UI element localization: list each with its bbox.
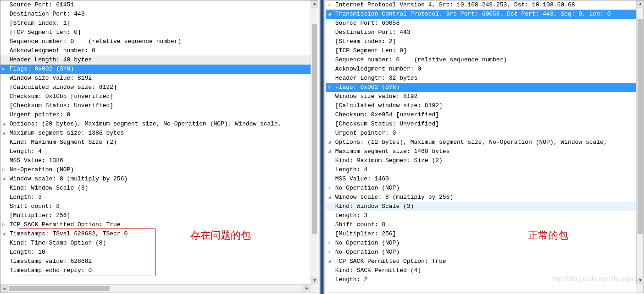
tree-row[interactable]: Acknowledgment number: 0 xyxy=(0,46,311,55)
tree-row[interactable]: ▷ No-Operation (NOP) xyxy=(326,184,636,193)
tree-row[interactable]: ▷ Flags: 0x002 (SYN) xyxy=(0,65,311,74)
expand-open-icon[interactable]: ◢ xyxy=(327,138,332,147)
tree-row[interactable]: ◢ Options: (20 bytes), Maximum segment s… xyxy=(0,120,311,129)
tree-row[interactable]: Length: 3 xyxy=(326,211,636,220)
expand-open-icon[interactable]: ◢ xyxy=(1,174,6,184)
tree-row[interactable]: Kind: Maximum Segment Size (2) xyxy=(326,156,636,165)
tree-row[interactable]: [Multiplier: 256] xyxy=(0,211,311,220)
tree-row-text: [Calculated window size: 8192] xyxy=(332,101,443,110)
tree-row[interactable]: Header Length: 40 bytes xyxy=(0,55,311,65)
tree-row[interactable]: Urgent pointer: 0 xyxy=(0,110,311,120)
tree-indent xyxy=(1,55,6,65)
tree-row[interactable]: Acknowledgment number: 0 xyxy=(326,65,636,74)
scroll-down-icon[interactable]: ▼ xyxy=(637,277,644,284)
tree-row[interactable]: Header Length: 32 bytes xyxy=(326,74,636,83)
tree-row[interactable]: Sequence number: 0 (relative sequence nu… xyxy=(326,55,636,65)
expand-open-icon[interactable]: ◢ xyxy=(1,129,6,138)
tree-indent xyxy=(1,239,6,248)
tree-row[interactable]: [Stream index: 2] xyxy=(326,37,636,46)
expand-open-icon[interactable]: ◢ xyxy=(1,229,6,239)
tree-row[interactable]: [Checksum Status: Unverified] xyxy=(326,120,636,129)
tree-row[interactable]: ◢ Window scale: 8 (multiply by 256) xyxy=(0,174,311,184)
tree-right[interactable]: ▷ Internet Protocol Version 4, Src: 10.1… xyxy=(326,0,636,284)
pane-divider[interactable] xyxy=(318,0,326,294)
tree-row[interactable]: Checksum: 0x10bb [unverified] xyxy=(0,92,311,101)
expand-closed-icon[interactable]: ▷ xyxy=(327,248,332,257)
tree-row[interactable]: ▷ No-Operation (NOP) xyxy=(326,239,636,248)
tree-row-text: Checksum: 0xe954 [unverified] xyxy=(332,110,439,120)
tree-row[interactable]: ▷ Flags: 0x002 (SYN) xyxy=(326,83,636,92)
expand-closed-icon[interactable]: ▷ xyxy=(327,0,332,10)
scroll-down-icon[interactable]: ▼ xyxy=(311,277,318,284)
expand-open-icon[interactable]: ◢ xyxy=(327,147,332,156)
tree-row[interactable]: Kind: Maximum Segment Size (2) xyxy=(0,138,311,147)
tree-row[interactable]: ▷ Internet Protocol Version 4, Src: 10.1… xyxy=(326,0,636,10)
tree-row[interactable]: Urgent pointer: 0 xyxy=(326,129,636,138)
tree-row[interactable]: ◢ Options: (12 bytes), Maximum segment s… xyxy=(326,138,636,147)
tree-row[interactable]: Shift count: 8 xyxy=(326,220,636,229)
tree-row[interactable]: [Multiplier: 256] xyxy=(326,229,636,239)
tree-row[interactable]: ▷ TCP SACK Permitted Option: True xyxy=(0,220,311,229)
tree-row[interactable]: Source Port: 60058 xyxy=(326,19,636,28)
expand-closed-icon[interactable]: ▷ xyxy=(1,165,6,174)
vertical-scrollbar[interactable]: ▲ ▼ xyxy=(636,0,644,284)
tree-row[interactable]: Window size value: 8192 xyxy=(326,92,636,101)
tree-row[interactable]: [Checksum Status: Unverified] xyxy=(0,101,311,110)
tree-left[interactable]: Source Port: 61451 Destination Port: 443… xyxy=(0,0,311,284)
tree-row[interactable]: Timestamp echo reply: 0 xyxy=(0,266,311,275)
expand-closed-icon[interactable]: ▷ xyxy=(327,83,332,92)
tree-row[interactable]: Source Port: 61451 xyxy=(0,0,311,10)
scroll-corner xyxy=(636,284,644,293)
expand-open-icon[interactable]: ◢ xyxy=(327,10,332,19)
tree-row[interactable]: Sequence number: 0 (relative sequence nu… xyxy=(0,37,311,46)
tree-row[interactable]: [Stream index: 1] xyxy=(0,19,311,28)
tree-row[interactable]: Window size value: 8192 xyxy=(0,74,311,83)
expand-closed-icon[interactable]: ▷ xyxy=(327,184,332,193)
tree-row[interactable]: Length: 4 xyxy=(0,147,311,156)
tree-row[interactable]: Kind: SACK Permitted (4) xyxy=(326,266,636,275)
tree-row[interactable]: [Calculated window size: 8192] xyxy=(326,101,636,110)
tree-row[interactable]: Timestamp value: 628682 xyxy=(0,257,311,266)
tree-row[interactable]: ▷ No-Operation (NOP) xyxy=(0,165,311,174)
expand-open-icon[interactable]: ◢ xyxy=(1,120,6,129)
tree-row[interactable]: [TCP Segment Len: 0] xyxy=(326,46,636,55)
tree-row[interactable]: Destination Port: 443 xyxy=(0,10,311,19)
tree-row[interactable]: Kind: Window Scale (3) xyxy=(326,202,636,211)
tree-row[interactable]: ◢ TCP SACK Permitted Option: True xyxy=(326,257,636,266)
tree-row[interactable]: Kind: Window Scale (3) xyxy=(0,184,311,193)
scroll-up-icon[interactable]: ▲ xyxy=(311,0,318,8)
tree-row[interactable]: Length: 4 xyxy=(326,165,636,174)
tree-indent xyxy=(1,74,6,83)
tree-row[interactable]: MSS Value: 1460 xyxy=(326,174,636,184)
tree-row[interactable]: ◢ Timestamps: TSval 628682, TSecr 0 xyxy=(0,229,311,239)
tree-row-text: MSS Value: 1460 xyxy=(332,174,389,184)
tree-row[interactable]: Shift count: 8 xyxy=(0,202,311,211)
tree-indent xyxy=(1,184,6,193)
tree-row[interactable]: [Calculated window size: 8192] xyxy=(0,83,311,92)
vertical-scrollbar[interactable]: ▲ ▼ xyxy=(311,0,318,284)
tree-indent xyxy=(1,37,6,46)
packet-detail-pane-left: Source Port: 61451 Destination Port: 443… xyxy=(0,0,318,293)
tree-row[interactable]: Destination Port: 443 xyxy=(326,28,636,37)
tree-row[interactable]: ◢ Maximum segment size: 1460 bytes xyxy=(326,147,636,156)
tree-row-text: Header Length: 40 bytes xyxy=(6,55,92,65)
tree-row[interactable]: MSS Value: 1386 xyxy=(0,156,311,165)
expand-closed-icon[interactable]: ▷ xyxy=(1,220,6,229)
tree-row[interactable]: [TCP Segment Len: 0] xyxy=(0,28,311,37)
expand-open-icon[interactable]: ◢ xyxy=(327,193,332,202)
expand-closed-icon[interactable]: ▷ xyxy=(1,65,6,74)
horizontal-scrollbar[interactable]: ◀ ▶ xyxy=(0,284,311,293)
tree-row[interactable]: Kind: Time Stamp Option (8) xyxy=(0,239,311,248)
tree-row[interactable]: Length: 10 xyxy=(0,248,311,257)
tree-row[interactable]: Checksum: 0xe954 [unverified] xyxy=(326,110,636,120)
tree-row[interactable]: ◢ Transmission Control Protocol, Src Por… xyxy=(326,10,636,19)
tree-row[interactable]: Length: 3 xyxy=(0,193,311,202)
scroll-right-icon[interactable]: ▶ xyxy=(303,285,311,292)
expand-open-icon[interactable]: ◢ xyxy=(327,257,332,266)
tree-row[interactable]: ◢ Maximum segment size: 1386 bytes xyxy=(0,129,311,138)
expand-closed-icon[interactable]: ▷ xyxy=(327,239,332,248)
scroll-up-icon[interactable]: ▲ xyxy=(637,0,644,8)
scroll-left-icon[interactable]: ◀ xyxy=(0,285,8,293)
tree-row[interactable]: ◢ Window scale: 8 (multiply by 256) xyxy=(326,193,636,202)
tree-row[interactable]: ▷ No-Operation (NOP) xyxy=(326,248,636,257)
